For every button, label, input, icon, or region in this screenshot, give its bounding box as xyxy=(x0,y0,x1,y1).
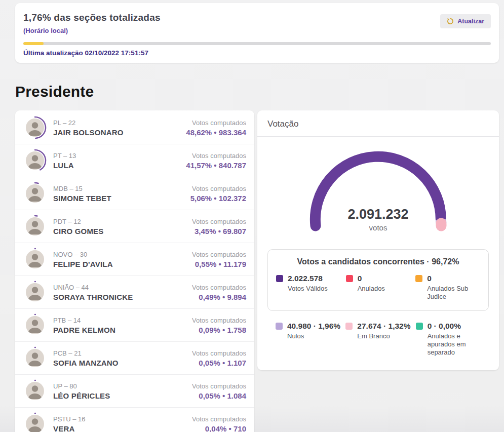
last-update-text: Última atualização 02/10/2022 17:51:57 xyxy=(23,49,491,57)
candidate-name: SOFIA MANZANO xyxy=(53,359,119,367)
valid-votes-summary-box: Votos a candidatos concorrentes · 96,72%… xyxy=(267,249,489,311)
candidate-photo xyxy=(26,382,44,400)
stat-color-swatch xyxy=(346,275,353,282)
candidate-avatar xyxy=(23,248,47,271)
candidate-name: PADRE KELMON xyxy=(53,326,115,334)
candidate-name: JAIR BOLSONARO xyxy=(53,128,124,137)
candidate-party: PTB – 14 xyxy=(53,317,115,324)
candidate-photo xyxy=(26,151,44,170)
stats-row-bottom: 40.980 · 1,96% Nulos 27.674 · 1,32% Em B… xyxy=(267,321,489,357)
candidate-party: PCB – 21 xyxy=(53,349,119,357)
candidate-votes-value: 41,57% • 840.787 xyxy=(186,161,246,170)
vote-stat-item: 2.022.578 Votos Válidos xyxy=(276,273,341,301)
person-icon xyxy=(26,151,44,170)
candidate-name: VERA xyxy=(53,424,86,432)
candidate-name: SIMONE TEBET xyxy=(53,194,111,203)
stat-label: Votos Válidos xyxy=(288,285,328,293)
candidate-row: PTB – 14 PADRE KELMON Votos computados 0… xyxy=(15,308,254,341)
stat-value: 27.674 · 1,32% xyxy=(357,321,410,331)
candidate-avatar xyxy=(23,149,47,172)
candidate-avatar xyxy=(23,313,47,337)
candidate-votes-value: 0,49% • 9.894 xyxy=(192,293,246,301)
candidate-name: SORAYA THRONICKE xyxy=(53,293,133,301)
totalization-progress-bar xyxy=(23,42,491,45)
refresh-icon xyxy=(447,18,454,25)
local-time-label: (Horário local) xyxy=(23,27,161,34)
candidate-party: UP – 80 xyxy=(53,382,110,390)
votes-computed-caption: Votos computados xyxy=(192,382,246,390)
votes-computed-caption: Votos computados xyxy=(192,317,246,324)
votes-computed-caption: Votos computados xyxy=(192,415,246,423)
votes-computed-caption: Votos computados xyxy=(192,251,246,258)
votacao-card: Votação 2.091.232 votos Votos a candidat… xyxy=(257,110,499,370)
candidate-photo xyxy=(26,349,44,367)
candidate-row: UNIÃO – 44 SORAYA THRONICKE Votos comput… xyxy=(15,276,254,308)
person-icon xyxy=(26,316,44,334)
stats-row-top: 2.022.578 Votos Válidos 0 Anulados 0 Anu… xyxy=(276,273,480,301)
refresh-button[interactable]: Atualizar xyxy=(440,14,491,28)
candidate-party: UNIÃO – 44 xyxy=(53,284,133,291)
votes-computed-caption: Votos computados xyxy=(192,349,246,357)
candidate-row: PDT – 12 CIRO GOMES Votos computados 3,4… xyxy=(15,210,254,243)
candidate-party: MDB – 15 xyxy=(53,185,111,192)
candidate-row: UP – 80 LÉO PÉRICLES Votos computados 0,… xyxy=(15,374,254,407)
votes-computed-caption: Votos computados xyxy=(190,185,246,192)
candidate-avatar xyxy=(23,215,47,238)
votes-computed-caption: Votos computados xyxy=(192,218,246,225)
candidate-party: PL – 22 xyxy=(53,119,124,127)
person-icon xyxy=(26,184,44,203)
stat-color-swatch xyxy=(415,275,422,282)
votes-gauge-chart: 2.091.232 votos xyxy=(299,149,457,234)
candidate-photo xyxy=(26,217,44,235)
candidate-name: FELIPE D'AVILA xyxy=(53,260,113,268)
candidate-photo xyxy=(26,283,44,301)
candidate-photo xyxy=(26,316,44,334)
stat-color-swatch xyxy=(276,275,283,282)
candidate-votes-value: 0,05% • 1.084 xyxy=(192,391,246,400)
candidates-card: PL – 22 JAIR BOLSONARO Votos computados … xyxy=(15,110,254,432)
candidate-votes-value: 0,09% • 1.758 xyxy=(192,326,246,334)
candidate-avatar xyxy=(23,346,47,370)
candidate-name: CIRO GOMES xyxy=(53,227,104,235)
vote-stat-item: 40.980 · 1,96% Nulos xyxy=(276,321,340,357)
totalization-card: 1,76% das seções totalizadas (Horário lo… xyxy=(15,3,499,63)
stat-value: 0 · 0,00% xyxy=(428,321,481,331)
candidate-photo xyxy=(26,415,44,432)
stat-color-swatch xyxy=(416,323,423,330)
page-title: Presidente xyxy=(15,83,94,100)
candidate-row: PL – 22 JAIR BOLSONARO Votos computados … xyxy=(15,111,254,144)
totalization-texts: 1,76% das seções totalizadas (Horário lo… xyxy=(23,12,161,34)
person-icon xyxy=(26,349,44,367)
candidate-avatar xyxy=(23,379,47,403)
candidate-row: MDB – 15 SIMONE TEBET Votos computados 5… xyxy=(15,177,254,210)
candidate-party: PDT – 12 xyxy=(53,218,104,225)
stat-label: Anulados xyxy=(358,285,385,293)
candidate-avatar xyxy=(23,281,47,304)
stat-color-swatch xyxy=(276,323,283,330)
candidate-row: PCB – 21 SOFIA MANZANO Votos computados … xyxy=(15,341,254,374)
votes-computed-caption: Votos computados xyxy=(186,152,246,160)
candidate-name: LÉO PÉRICLES xyxy=(53,391,110,400)
candidate-avatar xyxy=(23,182,47,205)
stat-value: 0 xyxy=(427,273,480,284)
total-votes-unit: votos xyxy=(299,223,457,232)
candidate-votes-value: 0,55% • 11.179 xyxy=(192,260,246,268)
person-icon xyxy=(26,283,44,301)
person-icon xyxy=(26,119,44,137)
candidate-photo xyxy=(26,250,44,268)
vote-stat-item: 0 Anulados xyxy=(346,273,411,301)
totalization-progress-fill xyxy=(23,42,44,45)
totalization-title: 1,76% das seções totalizadas xyxy=(23,12,161,23)
candidate-votes-value: 5,06% • 102.372 xyxy=(190,194,246,203)
summary-title: Votos a candidatos concorrentes · 96,72% xyxy=(276,257,480,266)
candidate-photo xyxy=(26,119,44,137)
stat-label: Anulados Sub Judice xyxy=(427,285,480,301)
stat-label: Nulos xyxy=(287,332,340,340)
votacao-header: Votação xyxy=(257,110,499,137)
candidate-row: PSTU – 16 VERA Votos computados 0,04% • … xyxy=(15,407,254,432)
votes-computed-caption: Votos computados xyxy=(192,284,246,291)
person-icon xyxy=(26,382,44,400)
vote-stat-item: 0 Anulados Sub Judice xyxy=(415,273,480,301)
candidate-name: LULA xyxy=(53,161,76,170)
candidate-votes-value: 3,45% • 69.807 xyxy=(192,227,246,235)
